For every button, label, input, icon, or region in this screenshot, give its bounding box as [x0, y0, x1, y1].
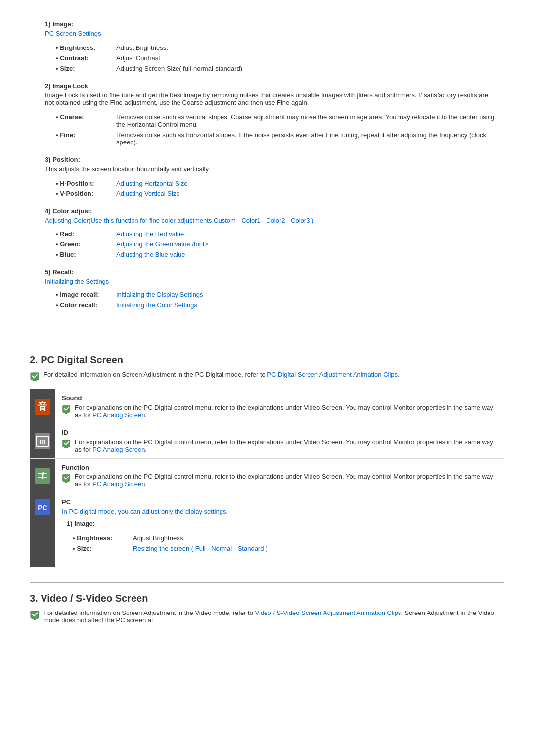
- section-3-items: • H-Position: Adjusting Horizontal Size …: [55, 178, 499, 199]
- id-icon: ID: [34, 432, 51, 450]
- item-fine: • Fine: Removes noise such as horizontal…: [56, 130, 498, 147]
- pc-brightness-row: • Brightness: Adjust Brightness.: [73, 533, 501, 543]
- function-content: Function For explanations on the PC Digi…: [55, 459, 504, 493]
- pc-digital-intro: For detailed information on Screen Adjus…: [30, 371, 504, 383]
- svg-text:f: f: [41, 471, 44, 481]
- video-note-icon: [30, 610, 40, 621]
- color-recall-link[interactable]: Initializing the Color Settings: [116, 301, 197, 309]
- pc-subsection: 1) Image: • Brightness: Adjust Brightnes…: [67, 520, 497, 554]
- pc-brightness-label: • Brightness:: [73, 533, 132, 543]
- color-adjust-link[interactable]: Adjusting Color(Use this function for fi…: [45, 217, 313, 224]
- id-content: ID For explanations on the PC Digital co…: [55, 424, 504, 458]
- section-1-title: 1) Image:: [45, 20, 489, 28]
- id-note-icon: [62, 439, 71, 450]
- sound-content: Sound For explanations on the PC Digital…: [55, 389, 504, 424]
- pc-size-link[interactable]: Resizing the screen ( Full - Normal - St…: [133, 545, 267, 552]
- green-link[interactable]: Adjusting the Green value /font>: [116, 240, 208, 248]
- image-recall-label: • Image recall:: [56, 290, 115, 299]
- item-size: • Size: Adjusting Screen Size( full-norm…: [56, 64, 498, 73]
- pc-icon: PC: [34, 498, 51, 516]
- top-content-box: 1) Image: PC Screen Settings • Brightnes…: [30, 10, 504, 329]
- pc-content: PC In PC digital mode, you can adjust on…: [55, 493, 504, 567]
- image-recall-link[interactable]: Initializing the Display Settings: [116, 291, 203, 298]
- item-contrast: • Contrast: Adjust Contrast.: [56, 53, 498, 63]
- note-icon-1: [30, 372, 40, 383]
- fine-label: • Fine:: [56, 130, 115, 147]
- id-note-link[interactable]: PC Analog Screen: [92, 446, 145, 453]
- contrast-label: • Contrast:: [56, 53, 115, 63]
- sound-icon-cell: 音: [30, 389, 55, 424]
- size-label: • Size:: [56, 64, 115, 73]
- section-2-desc: Image Lock is used to fine tune and get …: [45, 92, 489, 106]
- pc-subsection-items: • Brightness: Adjust Brightness. • Size:…: [72, 532, 502, 554]
- section-3-title: 3) Position:: [45, 156, 489, 163]
- pc-screen-settings-link[interactable]: PC Screen Settings: [45, 30, 101, 37]
- function-note-link[interactable]: PC Analog Screen: [92, 480, 145, 488]
- contrast-value: Adjust Contrast.: [116, 53, 498, 63]
- item-blue: • Blue: Adjusting the Blue value: [56, 250, 498, 259]
- function-icon: f: [34, 467, 51, 485]
- pc-digital-menu-box: 音 Sound For explanations on the P: [30, 389, 504, 567]
- item-hposition: • H-Position: Adjusting Horizontal Size: [56, 179, 498, 188]
- item-vposition: • V-Position: Adjusting Vertical Size: [56, 189, 498, 198]
- fine-value: Removes noise such as horizontal stripes…: [116, 130, 498, 147]
- hposition-link[interactable]: Adjusting Horizontal Size: [116, 180, 188, 187]
- section-2-items: • Coarse: Removes noise such as vertical…: [55, 111, 499, 148]
- item-brightness: • Brightness: Adjust Brightness.: [56, 43, 498, 52]
- function-note-text: For explanations on the PC Digital contr…: [75, 473, 497, 488]
- pc-subsection-title: 1) Image:: [67, 520, 497, 527]
- red-label: • Red:: [56, 229, 115, 238]
- pc-brightness-value: Adjust Brightness.: [133, 533, 501, 543]
- function-note-icon: [62, 474, 71, 484]
- svg-text:ID: ID: [40, 438, 46, 446]
- item-coarse: • Coarse: Removes noise such as vertical…: [56, 112, 498, 129]
- id-note-text: For explanations on the PC Digital contr…: [75, 438, 497, 453]
- blue-label: • Blue:: [56, 250, 115, 259]
- pc-digital-title: 2. PC Digital Screen: [30, 354, 504, 366]
- brightness-label: • Brightness:: [56, 43, 115, 52]
- section-4: 4) Color adjust: Adjusting Color(Use thi…: [45, 207, 489, 260]
- pc-digital-anim-link[interactable]: PC Digital Screen Adjustment Animation C…: [267, 371, 398, 378]
- green-label: • Green:: [56, 239, 115, 249]
- blue-link[interactable]: Adjusting the Blue value: [116, 251, 185, 258]
- section-2-title: 2) Image Lock:: [45, 82, 489, 90]
- menu-row-sound: 音 Sound For explanations on the P: [30, 389, 504, 424]
- pc-size-label: • Size:: [73, 544, 132, 553]
- item-green: • Green: Adjusting the Green value /font…: [56, 239, 498, 249]
- function-note: For explanations on the PC Digital contr…: [62, 473, 497, 488]
- video-anim-link[interactable]: Video / S-Video Screen Adjustment Animat…: [255, 609, 401, 616]
- id-note: For explanations on the PC Digital contr…: [62, 438, 497, 453]
- divider-1: [30, 344, 504, 344]
- sound-icon: 音: [34, 398, 51, 416]
- pc-subtitle-link[interactable]: In PC digital mode, you can adjust only …: [62, 508, 228, 515]
- coarse-label: • Coarse:: [56, 112, 115, 129]
- sound-note: For explanations on the PC Digital contr…: [62, 404, 497, 419]
- pc-title: PC: [62, 498, 497, 506]
- section-3-desc: This adjusts the screen location horizon…: [45, 165, 489, 173]
- vposition-label: • V-Position:: [56, 189, 115, 198]
- video-section-title: 3. Video / S-Video Screen: [30, 593, 504, 604]
- sound-note-link[interactable]: PC Analog Screen: [92, 411, 145, 419]
- item-image-recall: • Image recall: Initializing the Display…: [56, 290, 498, 299]
- menu-row-function: f Function: [30, 459, 504, 493]
- red-link[interactable]: Adjusting the Red value: [116, 230, 184, 237]
- recall-link[interactable]: Initializing the Settings: [45, 278, 109, 285]
- section-5-title: 5) Recall:: [45, 268, 489, 276]
- size-value: Adjusting Screen Size( full-normal-stand…: [116, 64, 498, 73]
- sound-title: Sound: [62, 394, 497, 402]
- pc-icon-cell: PC: [30, 493, 55, 567]
- svg-text:音: 音: [38, 401, 47, 412]
- video-section: 3. Video / S-Video Screen For detailed i…: [30, 593, 504, 624]
- svg-text:PC: PC: [38, 504, 47, 512]
- section-5-items: • Image recall: Initializing the Display…: [55, 289, 499, 311]
- section-4-title: 4) Color adjust:: [45, 207, 489, 215]
- pc-digital-section: 2. PC Digital Screen For detailed inform…: [30, 354, 504, 567]
- section-5: 5) Recall: Initializing the Settings • I…: [45, 268, 489, 311]
- id-title: ID: [62, 429, 497, 436]
- coarse-value: Removes noise such as vertical stripes. …: [116, 112, 498, 129]
- color-recall-label: • Color recall:: [56, 300, 115, 310]
- section-1-items: • Brightness: Adjust Brightness. • Contr…: [55, 42, 499, 74]
- function-icon-cell: f: [30, 459, 55, 493]
- vposition-link[interactable]: Adjusting Vertical Size: [116, 190, 180, 197]
- menu-row-id: ID ID For explanations on the PC: [30, 424, 504, 459]
